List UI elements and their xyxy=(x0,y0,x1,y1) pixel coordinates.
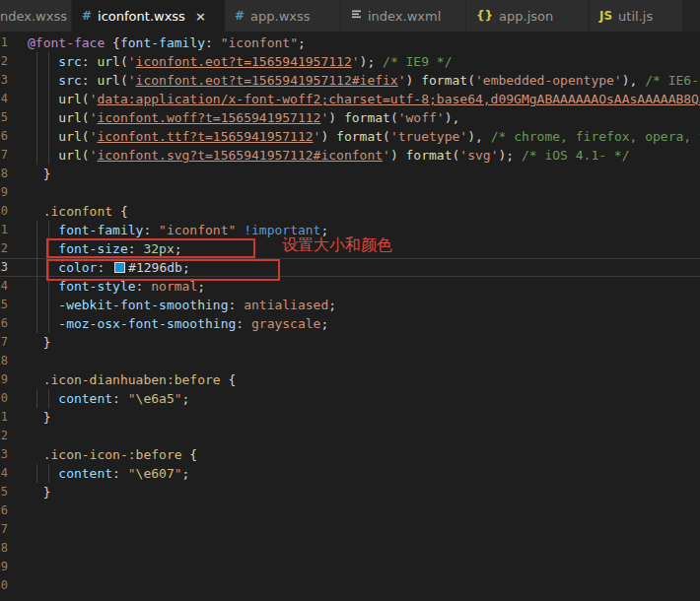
code-line-21[interactable]: 21 } xyxy=(0,408,700,427)
indent-guide xyxy=(48,389,49,408)
token: : xyxy=(112,391,128,406)
line-number: 19 xyxy=(0,370,8,389)
line-number: 1 xyxy=(0,33,8,52)
tab-util-js[interactable]: JSutil.js xyxy=(590,0,683,32)
line-number: 9 xyxy=(0,183,8,202)
tab-label: util.js xyxy=(618,9,653,24)
code-line-23[interactable]: 23 .icon-icon-:before { xyxy=(0,445,700,464)
token: ; xyxy=(182,260,190,275)
token: "iconfont" xyxy=(221,35,298,50)
code-line-20[interactable]: 20 content: "\e6a5"; xyxy=(0,389,700,408)
token: } xyxy=(28,167,50,181)
color-swatch[interactable] xyxy=(114,262,125,273)
token xyxy=(413,73,421,88)
token: } xyxy=(28,410,50,425)
indent-guide xyxy=(48,464,49,483)
token xyxy=(28,279,58,294)
code-line-10[interactable]: 10 .iconfont { xyxy=(0,202,700,221)
code-line-5[interactable]: 5 url('iconfont.woff?t=1565941957112') f… xyxy=(0,108,700,127)
code-line-3[interactable]: 3 src: url('iconfont.eot?t=1565941957112… xyxy=(0,71,700,90)
indent-guide xyxy=(48,277,49,296)
token: " xyxy=(128,391,136,406)
tab-iconfont-wxss[interactable]: #iconfont.wxss× xyxy=(72,0,225,32)
indent-guide xyxy=(36,52,37,71)
code-line-17[interactable]: 17 } xyxy=(0,333,700,352)
code-line-30[interactable]: 30 xyxy=(0,576,700,595)
tab-app-json[interactable]: {}app.json xyxy=(466,0,590,32)
token: iconfont.ttf?t=1565941957112 xyxy=(97,129,313,144)
close-icon[interactable]: × xyxy=(195,9,206,24)
token: font-family xyxy=(58,223,143,237)
indent-guide xyxy=(48,314,49,333)
code-line-25[interactable]: 25 } xyxy=(0,483,700,501)
code-line-8[interactable]: 8 } xyxy=(0,165,700,183)
token: format xyxy=(421,73,467,88)
sharp-icon: # xyxy=(235,9,245,23)
indent-guide xyxy=(36,389,37,408)
code-line-24[interactable]: 24 content: "\e607"; xyxy=(0,464,700,483)
code-line-14[interactable]: 14 font-style: normal; xyxy=(0,277,700,296)
tab-label: iconfont.wxss xyxy=(98,9,185,24)
token: "iconfont" xyxy=(159,223,236,237)
code-line-26[interactable]: 26 xyxy=(0,501,700,520)
token: ) xyxy=(445,110,453,125)
token: ; xyxy=(298,35,306,50)
line-number: 13 xyxy=(0,258,8,277)
token: iconfont.eot?t=1565941957112#iefix xyxy=(136,73,398,88)
token: , xyxy=(630,73,646,88)
code-line-27[interactable]: 27 xyxy=(0,520,700,539)
token: #1296db xyxy=(128,260,182,275)
token: ; xyxy=(182,466,190,481)
code-line-16[interactable]: 16 -moz-osx-font-smoothing: grayscale; xyxy=(0,314,700,333)
token xyxy=(28,260,58,275)
indent-guide xyxy=(36,221,37,239)
tab-index-wxml[interactable]: index.wxml xyxy=(341,0,466,32)
token xyxy=(28,372,43,387)
indent-guide xyxy=(36,314,37,333)
token xyxy=(28,129,58,144)
indent-guide xyxy=(36,71,37,90)
code-line-13[interactable]: 13 color: #1296db; xyxy=(0,258,700,277)
token: " xyxy=(175,391,182,406)
code-line-29[interactable]: 29 xyxy=(0,558,700,576)
tab-ndex-wxss[interactable]: ndex.wxss xyxy=(0,0,72,32)
line-number: 21 xyxy=(0,408,8,427)
line-number: 14 xyxy=(0,277,8,296)
line-number: 5 xyxy=(0,108,8,127)
token: : xyxy=(205,35,221,50)
line-number: 2 xyxy=(0,52,8,71)
line-number: 27 xyxy=(0,520,8,539)
token: ; xyxy=(197,279,205,294)
code-line-7[interactable]: 7 url('iconfont.svg?t=1565941957112#icon… xyxy=(0,146,700,165)
code-editor[interactable]: 1@font-face {font-family: "iconfont";2 s… xyxy=(0,32,700,601)
sharp-icon: # xyxy=(82,9,92,23)
token: ( xyxy=(82,148,90,163)
tab-app-wxss[interactable]: #app.wxss xyxy=(225,0,341,32)
token xyxy=(28,391,58,406)
code-line-19[interactable]: 19 .icon-dianhuaben:before { xyxy=(0,370,700,389)
code-line-12[interactable]: 12 font-size: 32px; xyxy=(0,239,700,258)
code-line-18[interactable]: 18 xyxy=(0,352,700,370)
indent-guide xyxy=(48,239,49,258)
code-line-9[interactable]: 9 xyxy=(0,183,700,202)
code-line-2[interactable]: 2 src: url('iconfont.eot?t=1565941957112… xyxy=(0,52,700,71)
token: url xyxy=(58,92,81,106)
line-number: 15 xyxy=(0,296,8,314)
code-line-28[interactable]: 28 xyxy=(0,539,700,558)
lines-icon xyxy=(351,9,362,24)
code-line-1[interactable]: 1@font-face {font-family: "iconfont"; xyxy=(0,33,700,52)
braces-icon: {} xyxy=(476,9,493,23)
token xyxy=(236,223,244,237)
code-line-4[interactable]: 4 url('data:application/x-font-woff2;cha… xyxy=(0,90,700,108)
indent-guide xyxy=(48,258,49,277)
token: \e6a5 xyxy=(136,391,175,406)
indent-guide xyxy=(36,258,37,277)
code-line-11[interactable]: 11 font-family: "iconfont" !important; xyxy=(0,221,700,239)
code-line-6[interactable]: 6 url('iconfont.ttf?t=1565941957112') fo… xyxy=(0,127,700,146)
line-number: 30 xyxy=(0,576,8,595)
line-number: 28 xyxy=(0,539,8,558)
code-line-22[interactable]: 22 xyxy=(0,427,700,445)
code-line-15[interactable]: 15 -webkit-font-smoothing: antialiased; xyxy=(0,296,700,314)
token: ) xyxy=(328,110,336,125)
line-number: 26 xyxy=(0,501,8,520)
